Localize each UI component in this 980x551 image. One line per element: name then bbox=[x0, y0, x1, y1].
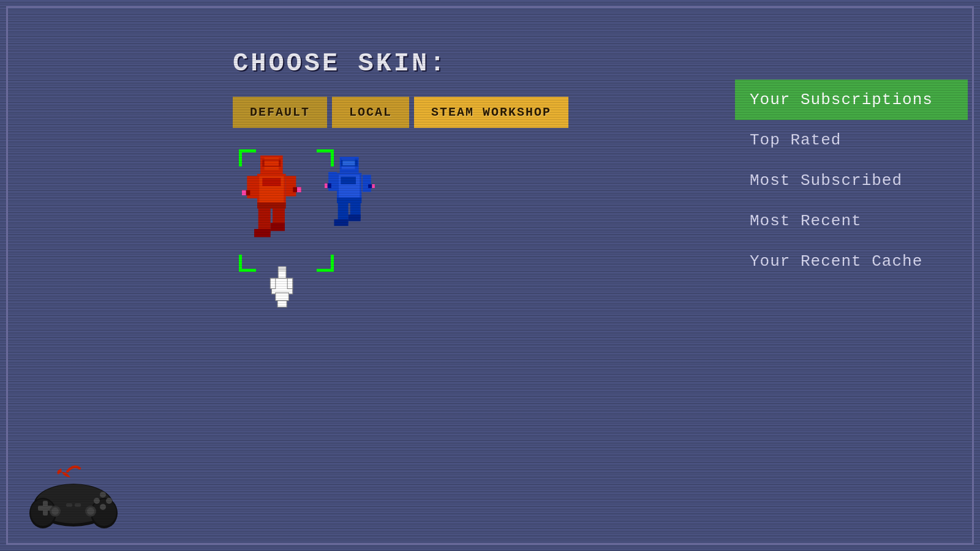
svg-rect-27 bbox=[325, 183, 328, 188]
svg-rect-24 bbox=[341, 177, 356, 184]
filter-panel: Your Subscriptions Top Rated Most Subscr… bbox=[735, 80, 968, 282]
svg-rect-17 bbox=[257, 203, 286, 209]
svg-rect-39 bbox=[270, 278, 276, 288]
svg-rect-13 bbox=[258, 204, 271, 233]
svg-rect-30 bbox=[372, 184, 375, 188]
svg-rect-10 bbox=[286, 176, 296, 196]
filter-your-subscriptions[interactable]: Your Subscriptions bbox=[735, 80, 968, 120]
svg-point-52 bbox=[100, 504, 106, 510]
filter-your-recent-cache[interactable]: Your Recent Cache bbox=[735, 241, 968, 282]
svg-rect-40 bbox=[276, 293, 289, 301]
app-container: CHOOSE SKIN: DEFAULT LOCAL STEAM WORKSHO… bbox=[0, 0, 980, 551]
svg-rect-28 bbox=[363, 175, 371, 192]
filter-most-subscribed[interactable]: Most Subscribed bbox=[735, 160, 968, 201]
svg-rect-9 bbox=[242, 190, 246, 195]
blue-character bbox=[325, 149, 377, 250]
controller-icon bbox=[24, 459, 123, 533]
svg-rect-6 bbox=[262, 178, 281, 186]
tab-default[interactable]: DEFAULT bbox=[233, 97, 327, 128]
svg-rect-35 bbox=[337, 198, 361, 203]
svg-rect-42 bbox=[279, 267, 285, 272]
svg-point-54 bbox=[100, 492, 106, 498]
svg-rect-21 bbox=[342, 160, 355, 165]
svg-rect-33 bbox=[334, 219, 348, 226]
red-character bbox=[242, 152, 303, 257]
controller-area bbox=[24, 459, 123, 533]
filter-most-recent[interactable]: Most Recent bbox=[735, 201, 968, 241]
svg-rect-38 bbox=[287, 278, 293, 288]
svg-rect-55 bbox=[66, 503, 72, 507]
svg-rect-12 bbox=[297, 187, 301, 192]
svg-point-53 bbox=[106, 498, 112, 504]
svg-rect-16 bbox=[271, 223, 285, 231]
tab-steam-workshop[interactable]: STEAM WORKSHOP bbox=[414, 97, 568, 128]
filter-top-rated[interactable]: Top Rated bbox=[735, 120, 968, 160]
svg-rect-3 bbox=[265, 160, 279, 165]
tab-local[interactable]: LOCAL bbox=[332, 97, 409, 128]
page-title: CHOOSE SKIN: bbox=[233, 49, 962, 78]
svg-point-60 bbox=[87, 508, 94, 515]
svg-rect-56 bbox=[75, 503, 81, 507]
character-display[interactable] bbox=[233, 146, 417, 318]
svg-point-58 bbox=[51, 508, 59, 515]
svg-point-51 bbox=[94, 498, 100, 504]
svg-rect-15 bbox=[254, 229, 271, 237]
svg-rect-41 bbox=[277, 301, 287, 307]
bracket-bottom-left bbox=[239, 255, 256, 272]
hand-cursor bbox=[265, 266, 298, 318]
svg-rect-34 bbox=[349, 214, 361, 221]
bracket-bottom-right bbox=[317, 255, 334, 272]
svg-rect-25 bbox=[328, 172, 337, 191]
